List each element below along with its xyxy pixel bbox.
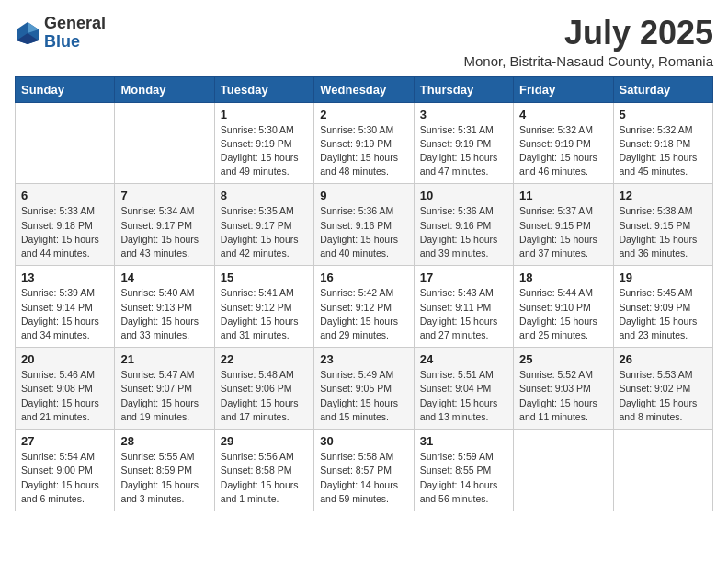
calendar-cell: 15Sunrise: 5:41 AM Sunset: 9:12 PM Dayli… <box>214 266 313 348</box>
day-info: Sunrise: 5:31 AM Sunset: 9:19 PM Dayligh… <box>420 123 507 179</box>
calendar-cell <box>613 430 712 511</box>
weekday-header-saturday: Saturday <box>613 76 712 102</box>
day-info: Sunrise: 5:36 AM Sunset: 9:16 PM Dayligh… <box>420 204 507 260</box>
day-info: Sunrise: 5:41 AM Sunset: 9:12 PM Dayligh… <box>221 286 308 342</box>
day-number: 12 <box>620 189 707 202</box>
calendar-cell: 26Sunrise: 5:53 AM Sunset: 9:02 PM Dayli… <box>613 348 712 430</box>
calendar-cell: 24Sunrise: 5:51 AM Sunset: 9:04 PM Dayli… <box>414 348 513 430</box>
day-number: 13 <box>21 270 108 284</box>
day-info: Sunrise: 5:32 AM Sunset: 9:18 PM Dayligh… <box>620 123 707 179</box>
calendar-cell: 12Sunrise: 5:38 AM Sunset: 9:15 PM Dayli… <box>613 184 712 266</box>
day-number: 24 <box>420 352 507 366</box>
day-info: Sunrise: 5:30 AM Sunset: 9:19 PM Dayligh… <box>221 123 308 179</box>
day-number: 17 <box>420 270 507 284</box>
calendar-cell: 7Sunrise: 5:34 AM Sunset: 9:17 PM Daylig… <box>115 184 214 266</box>
calendar-cell: 16Sunrise: 5:42 AM Sunset: 9:12 PM Dayli… <box>314 266 414 348</box>
day-number: 15 <box>221 270 308 284</box>
day-number: 29 <box>221 434 308 448</box>
calendar-cell <box>514 430 613 511</box>
calendar-cell: 2Sunrise: 5:30 AM Sunset: 9:19 PM Daylig… <box>314 102 414 184</box>
week-row-5: 27Sunrise: 5:54 AM Sunset: 9:00 PM Dayli… <box>16 430 713 511</box>
day-info: Sunrise: 5:49 AM Sunset: 9:05 PM Dayligh… <box>320 368 407 424</box>
calendar-cell: 13Sunrise: 5:39 AM Sunset: 9:14 PM Dayli… <box>16 266 115 348</box>
day-number: 6 <box>21 189 108 202</box>
day-info: Sunrise: 5:52 AM Sunset: 9:03 PM Dayligh… <box>519 368 607 424</box>
calendar-cell: 14Sunrise: 5:40 AM Sunset: 9:13 PM Dayli… <box>115 266 214 348</box>
week-row-4: 20Sunrise: 5:46 AM Sunset: 9:08 PM Dayli… <box>16 348 713 430</box>
day-number: 30 <box>320 434 407 448</box>
day-number: 21 <box>120 352 208 366</box>
day-info: Sunrise: 5:45 AM Sunset: 9:09 PM Dayligh… <box>620 286 707 342</box>
day-info: Sunrise: 5:46 AM Sunset: 9:08 PM Dayligh… <box>21 368 108 424</box>
weekday-header-friday: Friday <box>514 76 613 102</box>
day-info: Sunrise: 5:56 AM Sunset: 8:58 PM Dayligh… <box>221 450 308 506</box>
calendar-cell: 10Sunrise: 5:36 AM Sunset: 9:16 PM Dayli… <box>414 184 513 266</box>
calendar-cell: 1Sunrise: 5:30 AM Sunset: 9:19 PM Daylig… <box>214 102 313 184</box>
calendar-cell: 3Sunrise: 5:31 AM Sunset: 9:19 PM Daylig… <box>414 102 513 184</box>
day-number: 28 <box>120 434 208 448</box>
calendar-cell: 31Sunrise: 5:59 AM Sunset: 8:55 PM Dayli… <box>414 430 513 511</box>
calendar-cell: 28Sunrise: 5:55 AM Sunset: 8:59 PM Dayli… <box>115 430 214 511</box>
weekday-header-row: SundayMondayTuesdayWednesdayThursdayFrid… <box>16 76 713 102</box>
weekday-header-wednesday: Wednesday <box>314 76 414 102</box>
day-info: Sunrise: 5:39 AM Sunset: 9:14 PM Dayligh… <box>21 286 108 342</box>
day-info: Sunrise: 5:47 AM Sunset: 9:07 PM Dayligh… <box>120 368 208 424</box>
calendar-cell: 11Sunrise: 5:37 AM Sunset: 9:15 PM Dayli… <box>514 184 613 266</box>
calendar-cell: 25Sunrise: 5:52 AM Sunset: 9:03 PM Dayli… <box>514 348 613 430</box>
calendar-cell: 23Sunrise: 5:49 AM Sunset: 9:05 PM Dayli… <box>314 348 414 430</box>
calendar-cell: 9Sunrise: 5:36 AM Sunset: 9:16 PM Daylig… <box>314 184 414 266</box>
calendar: SundayMondayTuesdayWednesdayThursdayFrid… <box>15 76 713 511</box>
day-number: 14 <box>120 270 208 284</box>
day-info: Sunrise: 5:38 AM Sunset: 9:15 PM Dayligh… <box>620 204 707 260</box>
calendar-cell: 17Sunrise: 5:43 AM Sunset: 9:11 PM Dayli… <box>414 266 513 348</box>
day-number: 4 <box>519 108 607 121</box>
weekday-header-thursday: Thursday <box>414 76 513 102</box>
calendar-cell: 19Sunrise: 5:45 AM Sunset: 9:09 PM Dayli… <box>613 266 712 348</box>
week-row-1: 1Sunrise: 5:30 AM Sunset: 9:19 PM Daylig… <box>16 102 713 184</box>
location: Monor, Bistrita-Nasaud County, Romania <box>463 53 713 69</box>
week-row-3: 13Sunrise: 5:39 AM Sunset: 9:14 PM Dayli… <box>16 266 713 348</box>
day-number: 2 <box>320 108 407 121</box>
day-number: 26 <box>620 352 707 366</box>
calendar-cell: 27Sunrise: 5:54 AM Sunset: 9:00 PM Dayli… <box>16 430 115 511</box>
calendar-cell: 21Sunrise: 5:47 AM Sunset: 9:07 PM Dayli… <box>115 348 214 430</box>
day-number: 27 <box>21 434 108 448</box>
day-number: 9 <box>320 189 407 202</box>
weekday-header-sunday: Sunday <box>16 76 115 102</box>
day-number: 11 <box>519 189 607 202</box>
day-info: Sunrise: 5:48 AM Sunset: 9:06 PM Dayligh… <box>221 368 308 424</box>
logo-blue: Blue <box>44 33 106 52</box>
day-info: Sunrise: 5:40 AM Sunset: 9:13 PM Dayligh… <box>120 286 208 342</box>
day-info: Sunrise: 5:42 AM Sunset: 9:12 PM Dayligh… <box>320 286 407 342</box>
day-info: Sunrise: 5:51 AM Sunset: 9:04 PM Dayligh… <box>420 368 507 424</box>
day-number: 7 <box>120 189 208 202</box>
day-number: 10 <box>420 189 507 202</box>
day-info: Sunrise: 5:33 AM Sunset: 9:18 PM Dayligh… <box>21 204 108 260</box>
day-info: Sunrise: 5:30 AM Sunset: 9:19 PM Dayligh… <box>320 123 407 179</box>
day-number: 18 <box>519 270 607 284</box>
day-number: 25 <box>519 352 607 366</box>
weekday-header-tuesday: Tuesday <box>214 76 313 102</box>
day-number: 8 <box>221 189 308 202</box>
calendar-cell <box>16 102 115 184</box>
day-info: Sunrise: 5:34 AM Sunset: 9:17 PM Dayligh… <box>120 204 208 260</box>
day-number: 19 <box>620 270 707 284</box>
day-number: 22 <box>221 352 308 366</box>
calendar-cell: 6Sunrise: 5:33 AM Sunset: 9:18 PM Daylig… <box>16 184 115 266</box>
calendar-cell: 4Sunrise: 5:32 AM Sunset: 9:19 PM Daylig… <box>514 102 613 184</box>
week-row-2: 6Sunrise: 5:33 AM Sunset: 9:18 PM Daylig… <box>16 184 713 266</box>
day-info: Sunrise: 5:35 AM Sunset: 9:17 PM Dayligh… <box>221 204 308 260</box>
day-info: Sunrise: 5:53 AM Sunset: 9:02 PM Dayligh… <box>620 368 707 424</box>
calendar-cell: 8Sunrise: 5:35 AM Sunset: 9:17 PM Daylig… <box>214 184 313 266</box>
calendar-cell: 5Sunrise: 5:32 AM Sunset: 9:18 PM Daylig… <box>613 102 712 184</box>
day-number: 16 <box>320 270 407 284</box>
month-year: July 2025 <box>463 15 713 52</box>
calendar-cell: 29Sunrise: 5:56 AM Sunset: 8:58 PM Dayli… <box>214 430 313 511</box>
day-info: Sunrise: 5:55 AM Sunset: 8:59 PM Dayligh… <box>120 450 208 506</box>
logo-general: General <box>44 15 106 33</box>
calendar-cell <box>115 102 214 184</box>
day-number: 20 <box>21 352 108 366</box>
page-header: General Blue July 2025 Monor, Bistrita-N… <box>15 15 713 69</box>
day-info: Sunrise: 5:59 AM Sunset: 8:55 PM Dayligh… <box>420 450 507 506</box>
day-info: Sunrise: 5:44 AM Sunset: 9:10 PM Dayligh… <box>519 286 607 342</box>
